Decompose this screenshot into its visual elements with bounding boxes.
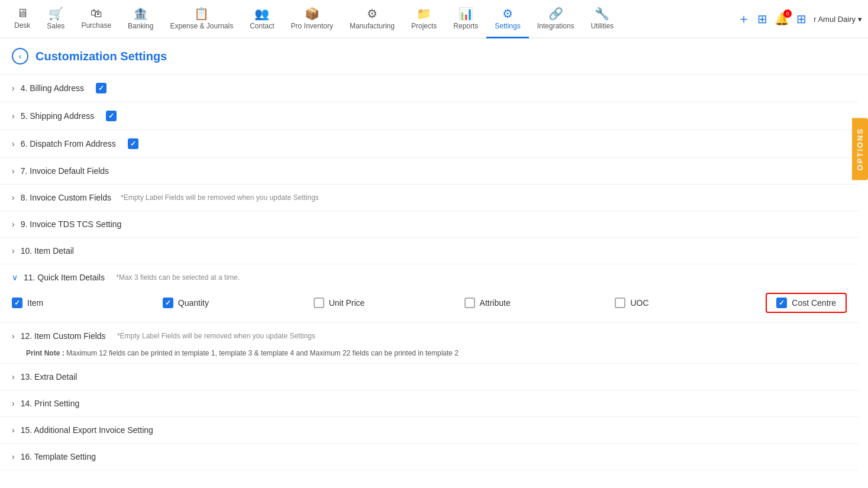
nav-reports[interactable]: 📊 Reports: [445, 0, 486, 38]
section-item-detail: › 10. Item Detail: [0, 238, 859, 264]
nav-projects[interactable]: 📁 Projects: [403, 0, 445, 38]
desk-icon: 🖥: [17, 7, 28, 20]
projects-icon: 📁: [417, 7, 431, 21]
check-icon: ✓: [98, 84, 104, 92]
attribute-label: Attribute: [480, 298, 511, 308]
item-label: Item: [27, 298, 43, 308]
nav-manufacturing[interactable]: ⚙ Manufacturing: [341, 0, 403, 38]
notification-badge: 0: [783, 9, 792, 18]
section-shipping-header[interactable]: › 5. Shipping Address ✓: [12, 102, 847, 130]
section-quick-item: ∨ 11. Quick Item Details *Max 3 fields c…: [0, 264, 859, 323]
quick-field-unit-price[interactable]: ✓ Unit Price: [314, 298, 464, 308]
nav-integrations[interactable]: 🔗 Integrations: [529, 0, 583, 38]
chevron-down-icon: ∨: [12, 273, 18, 282]
notification-bell[interactable]: 🔔 0: [775, 12, 789, 26]
section-billing-header[interactable]: › 4. Billing Address ✓: [12, 75, 847, 102]
chevron-right-icon: ›: [12, 452, 15, 461]
billing-checkbox-wrapper[interactable]: ✓: [96, 83, 107, 93]
section-print-setting: › 14. Print Setting: [0, 390, 859, 417]
section-additional-export: › 15. Additional Export Invoice Setting: [0, 417, 859, 444]
chevron-right-icon: ›: [12, 331, 15, 341]
attribute-checkbox[interactable]: ✓: [464, 298, 475, 308]
quantity-label: Quantity: [178, 298, 209, 308]
section-invoice-default: › 7. Invoice Default Fields: [0, 158, 859, 185]
item-checkbox[interactable]: ✓: [12, 298, 22, 308]
section-quick-item-header[interactable]: ∨ 11. Quick Item Details *Max 3 fields c…: [12, 264, 847, 287]
section-dispatch-header[interactable]: › 6. Dispatch From Address ✓: [12, 130, 847, 157]
billing-checkbox[interactable]: ✓: [96, 83, 107, 93]
nav-right-actions: ＋ ⊞ 🔔 0 ⊞ r Amul Dairy ▾: [737, 10, 862, 28]
section-dispatch-label: 6. Dispatch From Address: [21, 139, 116, 148]
quantity-checkbox[interactable]: ✓: [163, 298, 173, 308]
contact-icon: 👥: [254, 7, 269, 21]
section-invoice-tds-header[interactable]: › 9. Invoice TDS TCS Setting: [12, 211, 847, 237]
section-item-detail-header[interactable]: › 10. Item Detail: [12, 238, 847, 264]
quick-field-cost-centre[interactable]: ✓ Cost Centre: [766, 293, 847, 313]
section-template-setting-header[interactable]: › 16. Template Setting: [12, 444, 847, 470]
purchase-icon: 🛍: [91, 7, 102, 20]
section-quick-item-label: 11. Quick Item Details: [24, 273, 105, 282]
utilities-icon: 🔧: [595, 7, 609, 21]
chevron-right-icon: ›: [12, 246, 15, 256]
chevron-right-icon: ›: [12, 139, 15, 148]
nav-purchase[interactable]: 🛍 Purchase: [73, 0, 120, 38]
section-item-custom-header[interactable]: › 12. Item Custom Fields *Empty Label Fi…: [12, 323, 847, 349]
section-billing-label: 4. Billing Address: [21, 83, 84, 93]
section-extra-detail-header[interactable]: › 13. Extra Detail: [12, 364, 847, 390]
reports-icon: 📊: [459, 7, 473, 21]
uoc-checkbox[interactable]: ✓: [615, 298, 625, 308]
back-button[interactable]: ‹: [12, 48, 28, 64]
check-icon: ✓: [108, 112, 114, 120]
proinventory-icon: 📦: [305, 7, 320, 21]
nav-settings[interactable]: ⚙ Settings: [486, 0, 528, 38]
section-dispatch: › 6. Dispatch From Address ✓: [0, 130, 859, 158]
quick-field-item[interactable]: ✓ Item: [12, 298, 163, 308]
nav-utilities[interactable]: 🔧 Utilities: [582, 0, 622, 38]
chevron-right-icon: ›: [12, 83, 15, 93]
dispatch-checkbox-wrapper[interactable]: ✓: [128, 138, 138, 149]
top-navigation: 🖥 Desk 🛒 Sales 🛍 Purchase 🏦 Banking 📋 Ex…: [0, 0, 868, 38]
section-additional-export-header[interactable]: › 15. Additional Export Invoice Setting: [12, 417, 847, 443]
dispatch-checkbox[interactable]: ✓: [128, 138, 138, 149]
sales-icon: 🛒: [49, 7, 63, 21]
section-invoice-custom-header[interactable]: › 8. Invoice Custom Fields *Empty Label …: [12, 185, 847, 211]
nav-banking[interactable]: 🏦 Banking: [120, 0, 162, 38]
section-item-custom-label: 12. Item Custom Fields: [21, 331, 106, 341]
check-icon: ✓: [165, 299, 171, 307]
dropdown-icon: ▾: [858, 15, 862, 24]
quick-field-uoc[interactable]: ✓ UOC: [615, 298, 766, 308]
cost-centre-checkbox[interactable]: ✓: [776, 298, 787, 308]
page-content: ‹ Customization Settings › 4. Billing Ad…: [0, 38, 868, 470]
options-sidebar[interactable]: OPTIONS: [852, 118, 868, 180]
unit-price-checkbox[interactable]: ✓: [314, 298, 324, 308]
company-selector[interactable]: r Amul Dairy ▾: [814, 15, 862, 24]
section-invoice-custom-note: *Empty Label Fields will be removed when…: [121, 193, 319, 202]
nav-sales[interactable]: 🛒 Sales: [38, 0, 73, 38]
section-invoice-default-header[interactable]: › 7. Invoice Default Fields: [12, 158, 847, 184]
section-template-setting: › 16. Template Setting: [0, 444, 859, 470]
check-icon: ✓: [467, 299, 473, 307]
cost-centre-highlighted-box[interactable]: ✓ Cost Centre: [766, 293, 847, 313]
section-print-setting-label: 14. Print Setting: [21, 399, 80, 408]
chevron-right-icon: ›: [12, 166, 15, 176]
section-billing: › 4. Billing Address ✓: [0, 75, 859, 102]
section-extra-detail-label: 13. Extra Detail: [21, 372, 78, 382]
integrations-icon: 🔗: [548, 7, 563, 21]
nav-contact[interactable]: 👥 Contact: [241, 0, 282, 38]
apps-icon[interactable]: ⊞: [796, 12, 806, 26]
quick-field-quantity[interactable]: ✓ Quantity: [163, 298, 314, 308]
nav-proinventory[interactable]: 📦 Pro Inventory: [283, 0, 341, 38]
add-button[interactable]: ＋: [737, 10, 750, 28]
check-icon: ✓: [617, 299, 623, 307]
quick-fields-row: ✓ Item ✓ Quantity ✓ Unit Price: [12, 287, 847, 322]
section-print-setting-header[interactable]: › 14. Print Setting: [12, 390, 847, 416]
nav-expense[interactable]: 📋 Expense & Journals: [162, 0, 241, 38]
settings-icon: ⚙: [502, 7, 513, 21]
settings-scroll-area[interactable]: › 4. Billing Address ✓ › 5. Shipping Add…: [0, 75, 868, 470]
grid-icon[interactable]: ⊞: [757, 12, 767, 26]
nav-desk[interactable]: 🖥 Desk: [6, 0, 38, 38]
shipping-checkbox[interactable]: ✓: [106, 111, 117, 121]
quick-field-attribute[interactable]: ✓ Attribute: [464, 298, 615, 308]
section-invoice-custom: › 8. Invoice Custom Fields *Empty Label …: [0, 185, 859, 211]
shipping-checkbox-wrapper[interactable]: ✓: [106, 111, 117, 121]
